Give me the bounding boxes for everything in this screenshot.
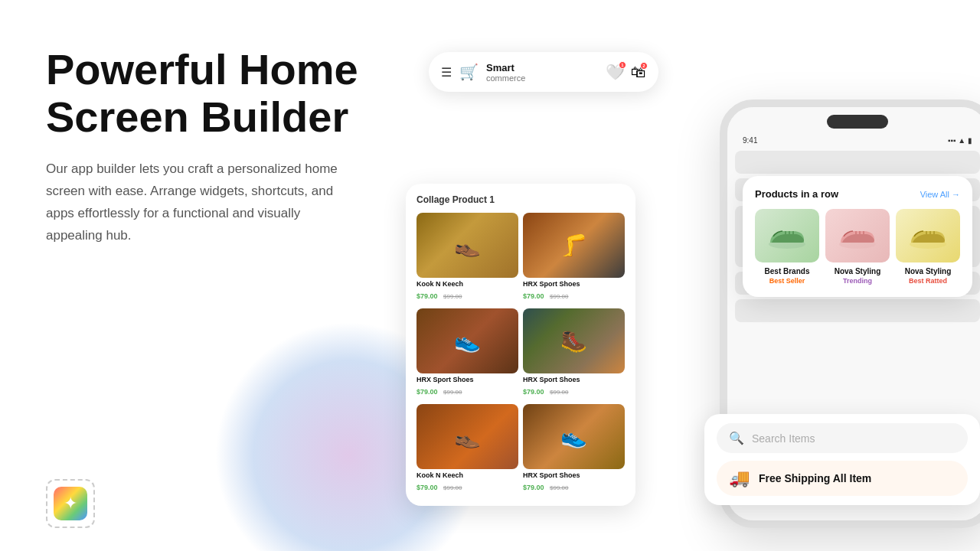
collage-item-info-1: Kook N Keech $79.00 $99.00 [416, 278, 518, 304]
collage-item-name-1: Kook N Keech [416, 280, 518, 288]
collage-item-info-5: Kook N Keech $79.00 $99.00 [416, 469, 518, 495]
brand-name: Smart [486, 62, 598, 73]
bottom-left-icon: ✦ [46, 479, 95, 528]
product-tag-2: Trending [825, 277, 890, 285]
product-name-1: Best Brands [755, 267, 819, 276]
collage-img-6 [523, 404, 625, 469]
description-text: Our app builder lets you craft a persona… [46, 158, 352, 247]
cart-badge: 2 [640, 62, 648, 70]
collage-item-name-5: Kook N Keech [416, 471, 518, 479]
header-actions: 🤍 1 🛍 2 [606, 63, 646, 81]
collage-item-oldprice-4: $99.00 [550, 389, 568, 396]
collage-item-oldprice-6: $99.00 [550, 484, 568, 491]
collage-item-price-4: $79.00 [523, 388, 544, 396]
collage-item-price-1: $79.00 [416, 292, 438, 300]
collage-item-oldprice-1: $99.00 [443, 293, 462, 300]
collage-item-price-5: $79.00 [416, 484, 438, 491]
brand-info: Smart commerce [486, 62, 598, 83]
product-item-3[interactable]: Nova Styling Best Ratted [896, 209, 960, 285]
header-card: ☰ 🛒 Smart commerce 🤍 1 🛍 2 [429, 52, 658, 92]
phone-signal: ▪▪▪ ▲ ▮ [948, 136, 972, 145]
collage-img-5 [416, 404, 518, 469]
collage-item-info-3: HRX Sport Shoes $79.00 $99.00 [416, 373, 518, 399]
app-icon: ✦ [54, 487, 87, 520]
collage-item-3[interactable]: HRX Sport Shoes $79.00 $99.00 [416, 308, 518, 399]
collage-img-3 [416, 308, 518, 373]
collage-item-4[interactable]: HRX Sport Shoes $79.00 $99.00 [523, 308, 625, 399]
products-grid: Best Brands Best Seller Nova St [755, 209, 960, 285]
collage-item-oldprice-5: $99.00 [443, 484, 462, 491]
collage-img-1 [416, 213, 518, 278]
collage-item-price-2: $79.00 [523, 292, 544, 300]
wishlist-badge: 1 [619, 61, 626, 69]
products-row-header: Products in a row View All → [755, 188, 960, 200]
product-img-3 [896, 209, 960, 262]
collage-item-info-2: HRX Sport Shoes $79.00 $99.00 [523, 278, 625, 304]
collage-item-name-6: HRX Sport Shoes [523, 471, 625, 479]
phone-notch-bg [827, 115, 888, 129]
collage-item-price-6: $79.00 [523, 484, 544, 491]
collage-img-4 [523, 308, 625, 373]
main-heading: Powerful Home Screen Builder [46, 46, 398, 140]
collage-img-2 [523, 213, 625, 278]
products-row-card: Products in a row View All → B [743, 176, 972, 297]
collage-item-name-4: HRX Sport Shoes [523, 376, 625, 383]
shoe-pink-svg [835, 221, 880, 250]
collage-item-info-6: HRX Sport Shoes $79.00 $99.00 [523, 469, 625, 495]
collage-item-name-3: HRX Sport Shoes [416, 376, 518, 383]
collage-item-info-4: HRX Sport Shoes $79.00 $99.00 [523, 373, 625, 399]
collage-item-2[interactable]: HRX Sport Shoes $79.00 $99.00 [523, 213, 625, 304]
collage-item-1[interactable]: Kook N Keech $79.00 $99.00 [416, 213, 518, 304]
collage-item-oldprice-2: $99.00 [550, 293, 568, 300]
view-all-link[interactable]: View All → [920, 190, 960, 199]
collage-item-oldprice-3: $99.00 [443, 389, 462, 396]
left-section: Powerful Home Screen Builder Our app bui… [46, 46, 398, 247]
products-row-title: Products in a row [755, 188, 838, 200]
collage-title: Collage Product 1 [416, 194, 625, 205]
product-tag-3: Best Ratted [896, 277, 960, 285]
product-item-1[interactable]: Best Brands Best Seller [755, 209, 819, 285]
search-input-row[interactable]: 🔍 Search Items [717, 423, 968, 453]
product-img-2 [825, 209, 890, 262]
search-placeholder: Search Items [752, 432, 815, 445]
collage-item-price-3: $79.00 [416, 388, 438, 396]
truck-icon: 🚚 [729, 468, 750, 488]
phone-status-bg: 9:41 ▪▪▪ ▲ ▮ [735, 136, 980, 145]
cart-button[interactable]: 🛍 2 [631, 64, 646, 81]
shipping-label: Free Shipping All Item [759, 472, 871, 484]
brand-sub: commerce [486, 73, 598, 83]
search-icon: 🔍 [729, 431, 744, 445]
product-item-2[interactable]: Nova Styling Trending [825, 209, 890, 285]
shoe-green-svg [764, 221, 810, 250]
shoe-yellow-svg [905, 221, 951, 250]
product-tag-1: Best Seller [755, 277, 819, 285]
collage-item-6[interactable]: HRX Sport Shoes $79.00 $99.00 [523, 404, 625, 495]
free-shipping-row[interactable]: 🚚 Free Shipping All Item [717, 461, 968, 496]
product-name-2: Nova Styling [825, 267, 890, 276]
collage-item-name-2: HRX Sport Shoes [523, 280, 625, 288]
product-img-1 [755, 209, 819, 262]
collage-grid: Kook N Keech $79.00 $99.00 HRX Sport Sho… [416, 213, 625, 495]
hamburger-icon[interactable]: ☰ [441, 65, 452, 80]
right-section: ☰ 🛒 Smart commerce 🤍 1 🛍 2 9:41 ▪▪▪ ▲ ▮ [383, 0, 980, 551]
cart-header-icon: 🛒 [459, 63, 479, 81]
product-name-3: Nova Styling [896, 267, 960, 276]
collage-item-5[interactable]: Kook N Keech $79.00 $99.00 [416, 404, 518, 495]
wishlist-button[interactable]: 🤍 1 [606, 63, 625, 81]
search-shipping-card: 🔍 Search Items 🚚 Free Shipping All Item [704, 414, 980, 505]
phone-time: 9:41 [743, 136, 757, 145]
collage-card: Collage Product 1 Kook N Keech $79.00 $9… [406, 184, 635, 506]
